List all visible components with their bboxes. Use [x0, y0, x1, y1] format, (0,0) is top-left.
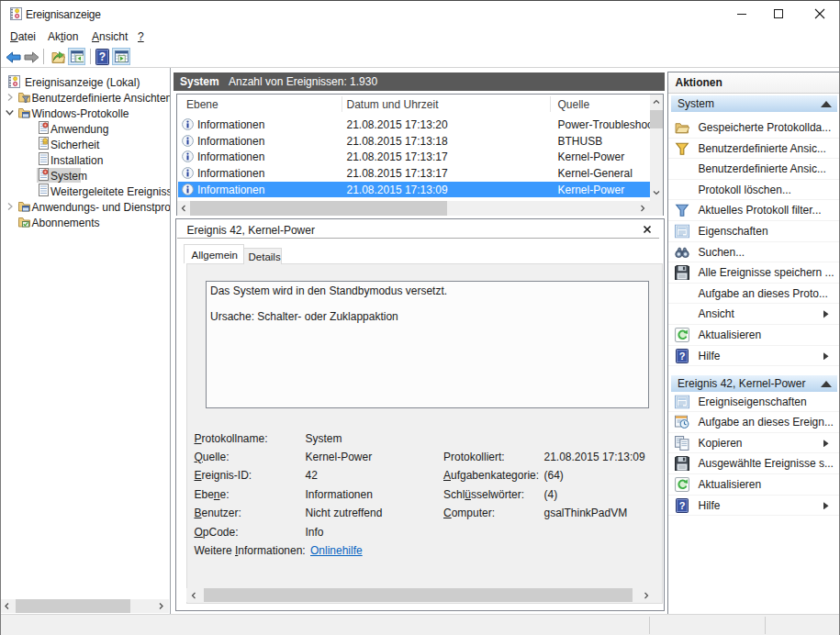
svg-text:?: ?: [99, 50, 106, 63]
